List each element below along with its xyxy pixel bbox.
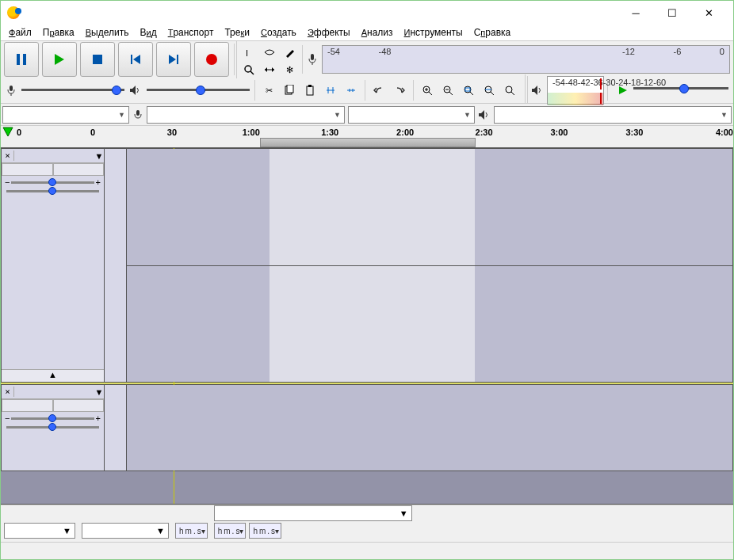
svg-line-42 xyxy=(491,92,494,95)
playback-meter[interactable]: -54-48-42-36-30-24-18-12-60 xyxy=(547,76,604,105)
recording-channels-combo[interactable]: ▼ xyxy=(348,106,475,124)
svg-rect-23 xyxy=(307,86,313,95)
pause-button[interactable] xyxy=(4,42,39,77)
svg-rect-7 xyxy=(177,55,178,64)
bottom-panel: ▼ ▼ h m . s▾ ▼ h m . s▾ xyxy=(1,505,733,559)
zoom-tool[interactable] xyxy=(239,59,259,80)
svg-point-44 xyxy=(506,86,512,93)
svg-text:✻: ✻ xyxy=(286,65,293,74)
speaker-icon xyxy=(478,109,491,120)
svg-line-39 xyxy=(470,92,473,95)
menu-file[interactable]: Файл xyxy=(4,25,36,40)
skip-end-button[interactable] xyxy=(156,42,191,77)
solo-button[interactable] xyxy=(53,399,105,412)
pan-slider[interactable] xyxy=(2,189,104,194)
selection-end-field[interactable]: h m . s▾ xyxy=(249,523,281,539)
minimize-button[interactable]: ─ xyxy=(617,1,654,25)
svg-rect-22 xyxy=(287,85,293,93)
waveform-right[interactable] xyxy=(127,266,732,383)
recording-volume-slider[interactable] xyxy=(21,82,124,99)
track-2[interactable]: × ▼ −+ xyxy=(1,384,733,471)
playback-meter-block: -54-48-42-36-30-24-18-12-60 xyxy=(527,76,607,105)
undo-button[interactable] xyxy=(369,80,389,101)
loop-region[interactable] xyxy=(260,138,475,147)
svg-rect-0 xyxy=(17,54,20,65)
maximize-button[interactable]: ☐ xyxy=(654,1,690,25)
copy-button[interactable] xyxy=(279,80,300,101)
selection-start-field[interactable]: h m . s▾ xyxy=(214,523,247,539)
menu-effect[interactable]: Эффекты xyxy=(303,25,355,40)
fit-selection-button[interactable] xyxy=(458,80,479,101)
svg-line-11 xyxy=(250,71,254,74)
fit-project-button[interactable] xyxy=(479,80,499,101)
waveform-left[interactable] xyxy=(127,149,732,266)
snap-combo[interactable]: ▼ xyxy=(82,523,169,539)
play-button[interactable] xyxy=(42,42,77,77)
recording-meter-block: -54-48-12-60 xyxy=(302,45,733,74)
timeshift-tool[interactable] xyxy=(259,59,280,80)
stop-button[interactable] xyxy=(80,42,115,77)
mic-icon xyxy=(132,109,143,120)
menu-edit[interactable]: Правка xyxy=(38,25,79,40)
vertical-scale[interactable] xyxy=(105,149,127,382)
recording-meter[interactable]: -54-48-12-60 xyxy=(322,45,730,74)
device-toolbar: ▼ ▼ ▼ ▼ xyxy=(1,104,733,126)
paste-button[interactable] xyxy=(300,80,320,101)
record-button[interactable] xyxy=(194,42,229,77)
zoom-in-button[interactable] xyxy=(417,80,438,101)
waveform-mono[interactable] xyxy=(127,385,732,470)
status-bar xyxy=(1,542,733,559)
zoom-out-button[interactable] xyxy=(438,80,458,101)
svg-marker-49 xyxy=(479,110,484,120)
playback-volume-slider[interactable] xyxy=(147,82,250,99)
titlebar: ─ ☐ ✕ xyxy=(1,1,733,25)
svg-rect-24 xyxy=(308,85,312,87)
svg-marker-50 xyxy=(3,128,13,136)
project-rate-combo[interactable]: ▼ xyxy=(4,523,75,539)
audio-position-field[interactable]: h m . s▾ xyxy=(175,523,208,539)
recording-device-combo[interactable]: ▼ xyxy=(147,106,345,124)
solo-button[interactable] xyxy=(53,163,105,176)
cut-button[interactable]: ✂ xyxy=(258,80,279,101)
track-panel-1: × ▼ −+ ▲ xyxy=(2,149,105,382)
svg-rect-1 xyxy=(23,54,26,65)
edit-toolbar: ✂ xyxy=(254,80,365,101)
trim-button[interactable] xyxy=(320,80,341,101)
silence-button[interactable] xyxy=(341,80,361,101)
selection-mode-combo[interactable]: ▼ xyxy=(214,505,412,521)
zoom-toggle-button[interactable] xyxy=(499,80,520,101)
timeline-ruler[interactable]: 0 0 30 1:00 1:30 2:00 2:30 3:00 3:30 4:0… xyxy=(1,126,733,148)
playhead-icon[interactable] xyxy=(2,127,13,138)
menu-tools[interactable]: Инструменты xyxy=(399,25,468,40)
menu-help[interactable]: Справка xyxy=(469,25,516,40)
svg-marker-6 xyxy=(169,55,176,64)
track-1[interactable]: × ▼ −+ ▲ xyxy=(1,148,733,383)
menu-generate[interactable]: Создать xyxy=(256,25,301,40)
redo-button[interactable] xyxy=(389,80,410,101)
track-close-button[interactable]: × xyxy=(2,387,14,397)
svg-rect-48 xyxy=(136,110,140,116)
track-close-button[interactable]: × xyxy=(2,150,14,161)
menu-select[interactable]: Выделить xyxy=(81,25,134,40)
skip-start-button[interactable] xyxy=(118,42,153,77)
pan-slider[interactable] xyxy=(2,425,104,430)
track-menu-button[interactable]: ▼ xyxy=(94,151,104,161)
menu-tracks[interactable]: Треки xyxy=(220,25,254,40)
tools-toolbar: I ✻ xyxy=(236,40,302,78)
mute-button[interactable] xyxy=(2,399,53,412)
menu-analyze[interactable]: Анализ xyxy=(357,25,398,40)
mic-icon xyxy=(6,85,17,96)
svg-rect-16 xyxy=(311,54,314,60)
track-menu-button[interactable]: ▼ xyxy=(94,387,104,397)
mute-button[interactable] xyxy=(2,163,53,176)
menu-transport[interactable]: Транспорт xyxy=(163,25,219,40)
vertical-scale[interactable] xyxy=(105,385,127,470)
svg-point-8 xyxy=(206,54,217,65)
playback-device-combo[interactable]: ▼ xyxy=(494,106,732,124)
speaker-icon xyxy=(129,85,142,96)
audio-host-combo[interactable]: ▼ xyxy=(2,106,129,124)
close-button[interactable]: ✕ xyxy=(690,1,727,25)
menu-view[interactable]: Вид xyxy=(135,25,161,40)
collapse-button[interactable]: ▲ xyxy=(2,369,104,382)
multi-tool[interactable]: ✻ xyxy=(280,59,300,80)
